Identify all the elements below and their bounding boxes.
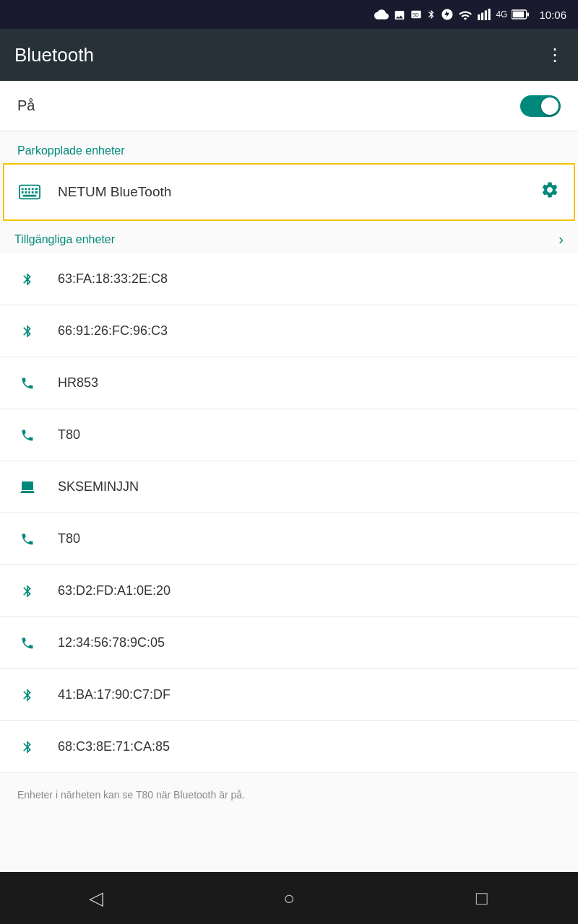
bluetooth-icon [17, 687, 38, 703]
toggle-label: På [17, 97, 35, 114]
settings-gear-icon[interactable] [540, 180, 559, 204]
list-item[interactable]: 63:FA:18:33:2E:C8 [0, 253, 578, 305]
phone-icon [17, 635, 38, 651]
status-bar: SD 4G 10:06 [0, 0, 578, 29]
svg-rect-7 [513, 12, 524, 18]
svg-rect-2 [478, 14, 480, 20]
phone-icon [17, 531, 38, 547]
list-item[interactable]: 63:D2:FD:A1:0E:20 [0, 565, 578, 617]
svg-rect-19 [35, 191, 38, 193]
back-button[interactable]: ◁ [74, 876, 118, 920]
keyboard-icon [19, 184, 40, 200]
svg-rect-5 [488, 9, 491, 20]
device-name: 63:D2:FD:A1:0E:20 [58, 583, 171, 598]
recents-button[interactable]: □ [460, 876, 504, 920]
svg-rect-17 [28, 191, 30, 193]
device-name: 63:FA:18:33:2E:C8 [58, 271, 168, 287]
signal-label: 4G [496, 9, 507, 19]
list-item[interactable]: 41:BA:17:90:C7:DF [0, 669, 578, 721]
svg-text:SD: SD [413, 12, 419, 17]
refresh-spinner-icon: › [558, 231, 564, 248]
device-name: HR853 [58, 375, 98, 391]
paired-section-header: Parkopplade enheter [0, 131, 578, 163]
home-button[interactable]: ○ [267, 876, 311, 920]
list-item[interactable]: 68:C3:8E:71:CA:85 [0, 721, 578, 773]
svg-rect-18 [32, 191, 34, 193]
status-time: 10:06 [539, 9, 566, 21]
footer-text: Enheter i närheten kan se T80 när Blueto… [0, 773, 578, 817]
svg-rect-15 [22, 191, 24, 193]
bluetooth-icon [17, 323, 38, 339]
phone-icon [17, 427, 38, 443]
available-section-row: Tillgängliga enheter › [0, 221, 578, 253]
device-name: 68:C3:8E:71:CA:85 [58, 739, 170, 754]
list-item[interactable]: SKSEMINJJN [0, 461, 578, 513]
svg-rect-16 [25, 191, 27, 193]
app-bar: Bluetooth ⋮ [0, 29, 578, 81]
bluetooth-icon [17, 271, 38, 287]
bluetooth-toggle-row: På [0, 81, 578, 131]
laptop-icon [17, 480, 38, 494]
svg-rect-20 [23, 195, 37, 197]
svg-rect-4 [485, 10, 487, 20]
content-area: Parkopplade enheter NETUM BlueTooth [0, 131, 578, 872]
svg-rect-10 [22, 188, 24, 190]
page-title: Bluetooth [14, 44, 94, 66]
list-item[interactable]: 12:34:56:78:9C:05 [0, 617, 578, 669]
nav-bar: ◁ ○ □ [0, 872, 578, 924]
svg-rect-11 [25, 188, 27, 190]
list-item[interactable]: HR853 [0, 357, 578, 409]
paired-device-item[interactable]: NETUM BlueTooth [3, 163, 575, 221]
device-name: 66:91:26:FC:96:C3 [58, 323, 168, 339]
svg-rect-14 [35, 188, 38, 190]
available-section-header: Tillgängliga enheter [14, 233, 115, 246]
svg-rect-8 [527, 12, 530, 16]
device-list: 63:FA:18:33:2E:C8 66:91:26:FC:96:C3 HR85… [0, 253, 578, 773]
list-item[interactable]: 66:91:26:FC:96:C3 [0, 305, 578, 357]
device-name: T80 [58, 427, 80, 443]
more-vert-icon[interactable]: ⋮ [546, 45, 564, 65]
device-name: 41:BA:17:90:C7:DF [58, 687, 171, 702]
bluetooth-icon [17, 583, 38, 599]
svg-rect-3 [481, 13, 483, 20]
device-name: T80 [58, 531, 80, 546]
svg-rect-12 [28, 188, 30, 190]
phone-icon [17, 375, 38, 391]
bluetooth-toggle[interactable] [520, 95, 561, 117]
list-item[interactable]: T80 [0, 513, 578, 565]
svg-rect-13 [32, 188, 34, 190]
device-name: SKSEMINJJN [58, 479, 139, 494]
list-item[interactable]: T80 [0, 409, 578, 461]
paired-device-name: NETUM BlueTooth [58, 184, 540, 200]
status-icons: SD 4G 10:06 [374, 8, 566, 21]
bluetooth-icon [17, 739, 38, 755]
device-name: 12:34:56:78:9C:05 [58, 635, 165, 650]
